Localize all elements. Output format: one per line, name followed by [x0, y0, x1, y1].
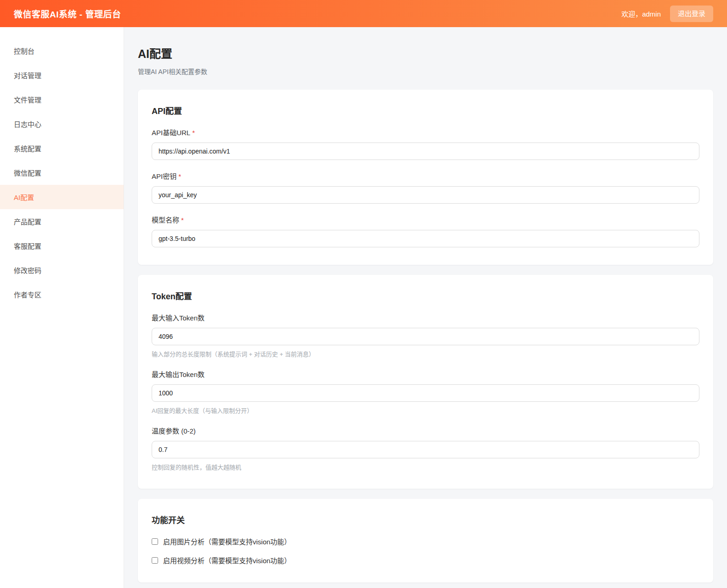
api-key-field: API密钥*: [152, 171, 699, 204]
main-layout: 控制台 对话管理 文件管理 日志中心 系统配置 微信配置 AI配置 产品配置 客…: [0, 27, 727, 588]
api-base-url-field: API基础URL*: [152, 127, 699, 160]
temperature-field: 温度参数 (0-2) 控制回复的随机性，值越大越随机: [152, 426, 699, 471]
enable-video-analysis-row[interactable]: 启用视频分析（需要模型支持vision功能）: [152, 555, 699, 565]
page-subtitle: 管理AI API相关配置参数: [138, 67, 713, 76]
max-input-tokens-hint: 输入部分的总长度限制（系统提示词 + 对话历史 + 当前消息）: [152, 349, 699, 358]
api-base-url-label: API基础URL*: [152, 127, 699, 137]
sidebar-item-service-config[interactable]: 客服配置: [0, 234, 124, 258]
max-output-tokens-field: 最大输出Token数 AI回复的最大长度（与输入限制分开）: [152, 369, 699, 415]
api-key-label: API密钥*: [152, 171, 699, 181]
sidebar-item-logs[interactable]: 日志中心: [0, 112, 124, 136]
api-key-label-text: API密钥: [152, 172, 176, 180]
enable-image-analysis-label[interactable]: 启用图片分析（需要模型支持vision功能）: [163, 537, 291, 546]
max-input-tokens-label: 最大输入Token数: [152, 313, 699, 322]
model-name-field: 模型名称*: [152, 215, 699, 247]
sidebar-item-conversations[interactable]: 对话管理: [0, 63, 124, 87]
max-output-tokens-hint: AI回复的最大长度（与输入限制分开）: [152, 406, 699, 415]
api-base-url-label-text: API基础URL: [152, 129, 190, 137]
feature-switches-card-title: 功能开关: [152, 514, 699, 525]
api-key-input[interactable]: [152, 186, 699, 204]
model-name-input[interactable]: [152, 230, 699, 247]
token-config-card: Token配置 最大输入Token数 输入部分的总长度限制（系统提示词 + 对话…: [138, 275, 713, 489]
sidebar-item-author-zone[interactable]: 作者专区: [0, 282, 124, 307]
app-title: 微信客服AI系统 - 管理后台: [14, 7, 121, 20]
enable-video-analysis-checkbox[interactable]: [152, 557, 158, 564]
max-output-tokens-input[interactable]: [152, 384, 699, 402]
content-area: AI配置 管理AI API相关配置参数 API配置 API基础URL* API密…: [124, 27, 727, 588]
model-name-label-text: 模型名称: [152, 216, 179, 224]
logout-button[interactable]: 退出登录: [670, 6, 713, 22]
required-asterisk: *: [181, 216, 184, 224]
required-asterisk: *: [192, 129, 195, 137]
sidebar-item-product-config[interactable]: 产品配置: [0, 209, 124, 234]
app-header: 微信客服AI系统 - 管理后台 欢迎，admin 退出登录: [0, 0, 727, 27]
sidebar-item-system-config[interactable]: 系统配置: [0, 136, 124, 160]
temperature-label: 温度参数 (0-2): [152, 426, 699, 435]
page-title: AI配置: [138, 45, 713, 61]
sidebar-item-change-password[interactable]: 修改密码: [0, 258, 124, 282]
required-asterisk: *: [178, 172, 181, 180]
enable-image-analysis-checkbox[interactable]: [152, 538, 158, 545]
enable-image-analysis-row[interactable]: 启用图片分析（需要模型支持vision功能）: [152, 537, 699, 546]
sidebar-item-wechat-config[interactable]: 微信配置: [0, 160, 124, 185]
enable-video-analysis-label[interactable]: 启用视频分析（需要模型支持vision功能）: [163, 555, 291, 565]
temperature-hint: 控制回复的随机性，值越大越随机: [152, 462, 699, 471]
model-name-label: 模型名称*: [152, 215, 699, 224]
max-input-tokens-input[interactable]: [152, 328, 699, 345]
feature-switches-card: 功能开关 启用图片分析（需要模型支持vision功能） 启用视频分析（需要模型支…: [138, 499, 713, 582]
sidebar-item-console[interactable]: 控制台: [0, 39, 124, 63]
token-config-card-title: Token配置: [152, 290, 699, 302]
max-input-tokens-field: 最大输入Token数 输入部分的总长度限制（系统提示词 + 对话历史 + 当前消…: [152, 313, 699, 358]
welcome-text: 欢迎，admin: [621, 9, 661, 18]
max-output-tokens-label: 最大输出Token数: [152, 369, 699, 379]
api-base-url-input[interactable]: [152, 143, 699, 160]
sidebar-item-files[interactable]: 文件管理: [0, 87, 124, 112]
temperature-input[interactable]: [152, 441, 699, 458]
sidebar: 控制台 对话管理 文件管理 日志中心 系统配置 微信配置 AI配置 产品配置 客…: [0, 27, 124, 588]
api-config-card: API配置 API基础URL* API密钥* 模型名称*: [138, 90, 713, 265]
api-config-card-title: API配置: [152, 104, 699, 116]
header-right: 欢迎，admin 退出登录: [621, 6, 713, 22]
sidebar-item-ai-config[interactable]: AI配置: [0, 185, 124, 209]
